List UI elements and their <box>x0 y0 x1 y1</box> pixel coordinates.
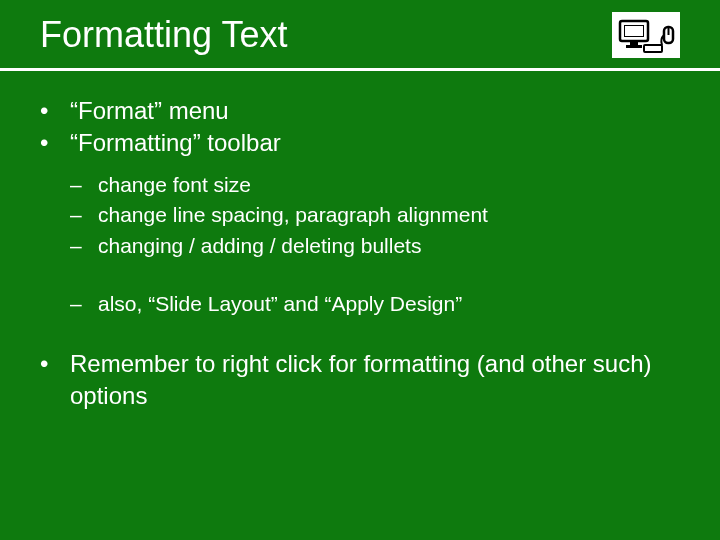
slide-header: Formatting Text <box>0 0 720 71</box>
bullet-list: • “Format” menu • “Formatting” toolbar –… <box>40 95 680 412</box>
sub-text: also, “Slide Layout” and “Apply Design” <box>98 289 462 319</box>
bullet-mark: • <box>40 348 70 380</box>
list-item: – change line spacing, paragraph alignme… <box>70 200 680 230</box>
sub-text: changing / adding / deleting bullets <box>98 231 421 261</box>
slide-title: Formatting Text <box>40 14 287 56</box>
list-item: – also, “Slide Layout” and “Apply Design… <box>70 289 680 319</box>
slide-content: • “Format” menu • “Formatting” toolbar –… <box>0 71 720 436</box>
dash-mark: – <box>70 231 98 261</box>
sub-text: change line spacing, paragraph alignment <box>98 200 488 230</box>
spacer <box>70 261 680 289</box>
list-item: • “Format” menu <box>40 95 680 127</box>
spacer <box>40 330 680 348</box>
list-item: • “Formatting” toolbar <box>40 127 680 159</box>
dash-mark: – <box>70 170 98 200</box>
svg-rect-4 <box>626 45 642 48</box>
bullet-text: Remember to right click for formatting (… <box>70 348 680 413</box>
svg-rect-5 <box>644 45 662 52</box>
computer-mouse-icon <box>612 12 680 58</box>
bullet-mark: • <box>40 95 70 127</box>
sub-list: – change font size – change line spacing… <box>70 170 680 320</box>
list-item: • Remember to right click for formatting… <box>40 348 680 413</box>
bullet-text: “Formatting” toolbar <box>70 127 281 159</box>
dash-mark: – <box>70 200 98 230</box>
bullet-mark: • <box>40 127 70 159</box>
list-item: – changing / adding / deleting bullets <box>70 231 680 261</box>
sub-list-container: – change font size – change line spacing… <box>40 170 680 320</box>
list-item: – change font size <box>70 170 680 200</box>
svg-rect-2 <box>625 26 643 36</box>
svg-rect-3 <box>630 41 638 45</box>
bullet-text: “Format” menu <box>70 95 229 127</box>
sub-text: change font size <box>98 170 251 200</box>
dash-mark: – <box>70 289 98 319</box>
